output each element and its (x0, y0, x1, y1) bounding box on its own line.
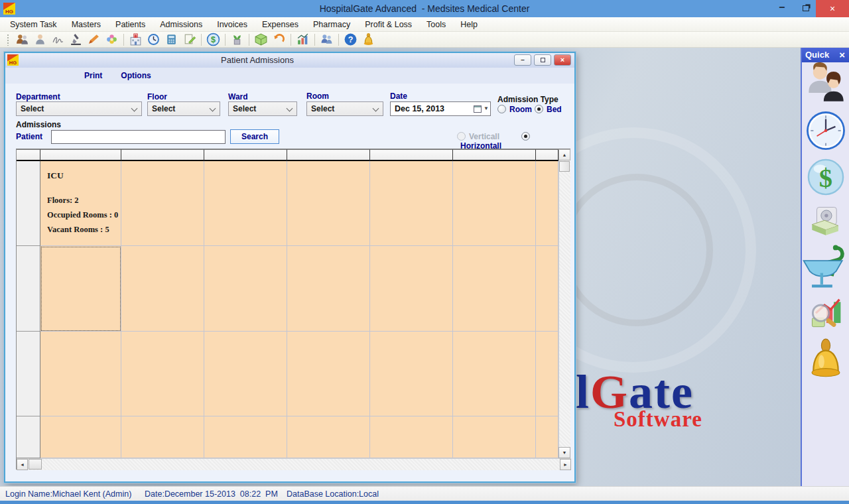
menu-help[interactable]: Help (453, 17, 485, 32)
admission-type-bed-radio[interactable] (535, 105, 543, 113)
toolbar-button-hospital[interactable] (127, 32, 145, 47)
quick-close-icon[interactable]: × (839, 48, 845, 62)
menu-admissions[interactable]: Admissions (153, 17, 210, 32)
vertical-scroll-thumb[interactable] (559, 161, 570, 172)
ward-select[interactable]: Select (228, 101, 297, 116)
grid-cell[interactable] (121, 161, 204, 246)
scroll-up-button[interactable]: ▲ (558, 149, 570, 160)
menu-masters[interactable]: Masters (64, 17, 108, 32)
menu-system-task[interactable]: System Task (3, 17, 64, 32)
search-button[interactable]: Search (230, 129, 279, 144)
quick-button-clock[interactable] (805, 109, 846, 153)
grid-cell[interactable] (287, 246, 370, 332)
grid-column-header[interactable] (204, 149, 287, 161)
toolbar-button-dollar[interactable]: $ (204, 32, 222, 47)
grid-cell[interactable] (536, 161, 558, 246)
toolbar-button-microscope[interactable] (67, 32, 85, 47)
toolbar-button-help[interactable]: ? (342, 32, 359, 47)
grid-cell[interactable] (204, 416, 287, 458)
grid-row-header[interactable] (17, 161, 40, 246)
menu-expenses[interactable]: Expenses (255, 17, 306, 32)
admissions-titlebar[interactable]: HG Patient Admissions – × (5, 53, 574, 68)
grid-cell[interactable]: ICUFloors: 2Occupied Rooms : 0Vacant Roo… (40, 161, 121, 246)
grid-column-header[interactable] (40, 149, 121, 161)
quick-button-billing[interactable]: $ (807, 158, 845, 198)
toolbar-button-plant[interactable] (228, 32, 246, 47)
toolbar-button-package[interactable] (252, 32, 270, 47)
toolbar-button-chart[interactable] (294, 32, 312, 47)
grid-cell[interactable] (453, 332, 536, 416)
vertical-radio[interactable] (457, 132, 466, 141)
grid-column-header[interactable] (121, 149, 204, 161)
horizontal-scroll-thumb[interactable] (29, 459, 42, 470)
menu-invoices[interactable]: Invoices (210, 17, 255, 32)
grid-cell[interactable] (121, 416, 204, 458)
patient-input[interactable] (51, 130, 226, 144)
grid-cell[interactable] (536, 246, 558, 332)
grid-cell[interactable] (287, 416, 370, 458)
floor-select[interactable]: Select (147, 101, 220, 116)
room-select[interactable]: Select (306, 101, 383, 116)
grid-cell[interactable] (287, 332, 370, 416)
grid-cell[interactable] (453, 246, 536, 332)
grid-cell[interactable] (536, 416, 558, 458)
grid-corner-cell[interactable] (17, 149, 40, 161)
horizontal-scrollbar[interactable] (17, 458, 571, 470)
scroll-down-button[interactable]: ▼ (558, 447, 570, 458)
department-select[interactable]: Select (16, 101, 142, 116)
grid-cell[interactable] (204, 332, 287, 416)
toolbar-button-schedule[interactable] (318, 32, 336, 47)
grid-cell[interactable] (204, 161, 287, 246)
admissions-close-button[interactable]: × (554, 54, 571, 66)
quick-button-profit[interactable] (807, 296, 844, 335)
quick-button-pharmacy[interactable] (801, 243, 849, 294)
grid-column-header[interactable] (536, 149, 558, 161)
toolbar-button-pen[interactable] (85, 32, 103, 47)
toolbar-button-signature[interactable] (49, 32, 67, 47)
restore-button[interactable] (796, 0, 816, 17)
grid-cell[interactable] (370, 246, 453, 332)
grid-column-header[interactable] (453, 149, 536, 161)
grid-cell[interactable] (204, 246, 287, 332)
menu-profit-loss[interactable]: Profit & Loss (358, 17, 419, 32)
grid-row-header[interactable] (17, 246, 40, 332)
grid-cell[interactable] (370, 332, 453, 416)
horizontal-radio[interactable] (521, 132, 530, 141)
grid-column-header[interactable] (370, 149, 453, 161)
scroll-left-button[interactable]: ◄ (17, 459, 28, 470)
toolbar-button-patient[interactable] (31, 32, 49, 47)
grid-cell[interactable] (121, 246, 204, 332)
minimize-button[interactable]: – (772, 0, 792, 17)
admissions-menu-options[interactable]: Options (111, 68, 160, 84)
grid-column-header[interactable] (287, 149, 370, 161)
toolbar-button-clock[interactable] (145, 32, 163, 47)
grid-cell[interactable] (370, 161, 453, 246)
toolbar-button-bell[interactable] (359, 32, 377, 47)
vertical-label[interactable]: Verticall (469, 132, 499, 141)
close-button[interactable]: × (816, 0, 849, 17)
grid-cell[interactable] (287, 161, 370, 246)
grid-cell[interactable] (370, 416, 453, 458)
admissions-minimize-button[interactable]: – (514, 54, 531, 66)
toolbar-button-invoice[interactable] (180, 32, 198, 47)
menu-patients[interactable]: Patients (108, 17, 153, 32)
admissions-restore-button[interactable] (534, 54, 551, 66)
vertical-scrollbar[interactable] (558, 149, 570, 458)
quick-button-cashbox[interactable] (808, 204, 844, 242)
date-picker-button[interactable]: ▼ (469, 103, 489, 114)
toolbar-button-flower[interactable] (103, 32, 121, 47)
quick-button-patients[interactable] (805, 62, 847, 106)
grid-cell[interactable] (121, 332, 204, 416)
toolbar-button-calculator[interactable] (163, 32, 180, 47)
grid-cell[interactable] (40, 332, 121, 416)
grid-cell[interactable] (453, 161, 536, 246)
toolbar-button-patients-group[interactable] (13, 32, 31, 47)
menu-tools[interactable]: Tools (419, 17, 453, 32)
admission-type-room-radio[interactable] (497, 105, 506, 113)
grid-row-header[interactable] (17, 416, 40, 458)
scroll-right-button[interactable]: ► (560, 459, 571, 470)
grid-row-header[interactable] (17, 332, 40, 416)
grid-cell[interactable] (536, 332, 558, 416)
admissions-menu-print[interactable]: Print (75, 68, 111, 84)
grid-cell[interactable] (453, 416, 536, 458)
